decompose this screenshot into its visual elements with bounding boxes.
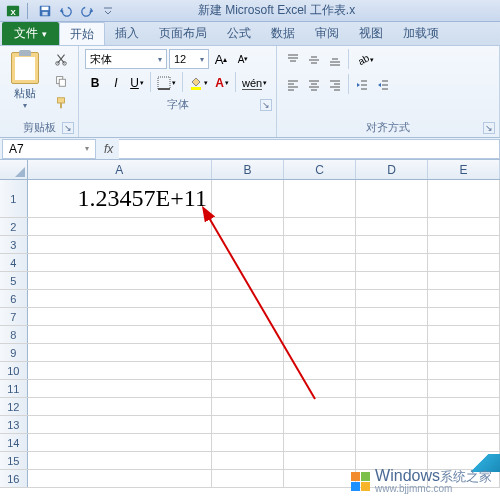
row-header-4[interactable]: 4 xyxy=(0,254,28,271)
cell-E9[interactable] xyxy=(428,344,500,361)
cell-C3[interactable] xyxy=(284,236,356,253)
cell-A5[interactable] xyxy=(28,272,212,289)
cell-D9[interactable] xyxy=(356,344,428,361)
cell-B3[interactable] xyxy=(212,236,284,253)
redo-button[interactable] xyxy=(78,2,96,20)
cell-C2[interactable] xyxy=(284,218,356,235)
cell-D1[interactable] xyxy=(356,180,428,217)
cell-C12[interactable] xyxy=(284,398,356,415)
cell-A15[interactable] xyxy=(28,452,212,469)
cell-B1[interactable] xyxy=(212,180,284,217)
tab-review[interactable]: 审阅 xyxy=(305,22,349,45)
alignment-launcher[interactable]: ↘ xyxy=(483,122,495,134)
cell-A3[interactable] xyxy=(28,236,212,253)
cell-A12[interactable] xyxy=(28,398,212,415)
cut-button[interactable] xyxy=(50,49,72,69)
cell-D3[interactable] xyxy=(356,236,428,253)
tab-view[interactable]: 视图 xyxy=(349,22,393,45)
cell-D7[interactable] xyxy=(356,308,428,325)
cell-E3[interactable] xyxy=(428,236,500,253)
row-header-9[interactable]: 9 xyxy=(0,344,28,361)
cell-D11[interactable] xyxy=(356,380,428,397)
cell-A4[interactable] xyxy=(28,254,212,271)
cell-D8[interactable] xyxy=(356,326,428,343)
cell-C5[interactable] xyxy=(284,272,356,289)
cell-B15[interactable] xyxy=(212,452,284,469)
fx-icon[interactable]: fx xyxy=(104,142,113,156)
cell-D2[interactable] xyxy=(356,218,428,235)
row-header-1[interactable]: 1 xyxy=(0,180,28,217)
col-header-E[interactable]: E xyxy=(428,160,500,179)
cell-B13[interactable] xyxy=(212,416,284,433)
cell-A10[interactable] xyxy=(28,362,212,379)
row-header-12[interactable]: 12 xyxy=(0,398,28,415)
excel-icon[interactable]: X xyxy=(4,2,22,20)
file-tab[interactable]: 文件▾ xyxy=(2,22,59,45)
row-header-16[interactable]: 16 xyxy=(0,470,28,487)
name-box[interactable]: A7▾ xyxy=(2,139,96,159)
cell-C11[interactable] xyxy=(284,380,356,397)
select-all-corner[interactable] xyxy=(0,160,28,179)
cell-B7[interactable] xyxy=(212,308,284,325)
cell-A1[interactable]: 1.23457E+11 xyxy=(28,180,212,217)
cell-C15[interactable] xyxy=(284,452,356,469)
cell-B8[interactable] xyxy=(212,326,284,343)
cell-C14[interactable] xyxy=(284,434,356,451)
cell-E14[interactable] xyxy=(428,434,500,451)
cell-B2[interactable] xyxy=(212,218,284,235)
row-header-3[interactable]: 3 xyxy=(0,236,28,253)
cell-E8[interactable] xyxy=(428,326,500,343)
align-center-button[interactable] xyxy=(304,74,324,96)
row-header-2[interactable]: 2 xyxy=(0,218,28,235)
align-left-button[interactable] xyxy=(283,74,303,96)
cell-B10[interactable] xyxy=(212,362,284,379)
tab-insert[interactable]: 插入 xyxy=(105,22,149,45)
decrease-font-button[interactable]: A▾ xyxy=(233,49,253,69)
format-painter-button[interactable] xyxy=(50,93,72,113)
increase-indent-button[interactable] xyxy=(373,74,393,96)
orientation-button[interactable]: ab▾ xyxy=(352,49,377,71)
cell-E2[interactable] xyxy=(428,218,500,235)
cell-D6[interactable] xyxy=(356,290,428,307)
cell-B16[interactable] xyxy=(212,470,284,487)
cell-C13[interactable] xyxy=(284,416,356,433)
italic-button[interactable]: I xyxy=(106,72,126,94)
cell-B5[interactable] xyxy=(212,272,284,289)
cell-C6[interactable] xyxy=(284,290,356,307)
align-middle-button[interactable] xyxy=(304,49,324,71)
cell-A6[interactable] xyxy=(28,290,212,307)
cell-E6[interactable] xyxy=(428,290,500,307)
col-header-C[interactable]: C xyxy=(284,160,356,179)
font-size-select[interactable]: 12▾ xyxy=(169,49,209,69)
undo-button[interactable] xyxy=(57,2,75,20)
row-header-15[interactable]: 15 xyxy=(0,452,28,469)
cell-C16[interactable] xyxy=(284,470,356,487)
row-header-11[interactable]: 11 xyxy=(0,380,28,397)
formula-input[interactable] xyxy=(119,139,500,159)
cell-E12[interactable] xyxy=(428,398,500,415)
align-bottom-button[interactable] xyxy=(325,49,345,71)
row-header-6[interactable]: 6 xyxy=(0,290,28,307)
decrease-indent-button[interactable] xyxy=(352,74,372,96)
cell-C4[interactable] xyxy=(284,254,356,271)
col-header-B[interactable]: B xyxy=(212,160,284,179)
cell-C10[interactable] xyxy=(284,362,356,379)
copy-button[interactable] xyxy=(50,71,72,91)
clipboard-launcher[interactable]: ↘ xyxy=(62,122,74,134)
row-header-14[interactable]: 14 xyxy=(0,434,28,451)
tab-home[interactable]: 开始 xyxy=(59,22,105,45)
row-header-7[interactable]: 7 xyxy=(0,308,28,325)
paste-button[interactable]: 粘贴 ▾ xyxy=(6,49,44,117)
borders-button[interactable]: ▾ xyxy=(154,72,179,94)
font-family-select[interactable]: 宋体▾ xyxy=(85,49,167,69)
cell-E7[interactable] xyxy=(428,308,500,325)
cell-D4[interactable] xyxy=(356,254,428,271)
cell-E5[interactable] xyxy=(428,272,500,289)
col-header-A[interactable]: A xyxy=(28,160,212,179)
cell-C1[interactable] xyxy=(284,180,356,217)
cell-E11[interactable] xyxy=(428,380,500,397)
cell-D14[interactable] xyxy=(356,434,428,451)
cell-B4[interactable] xyxy=(212,254,284,271)
increase-font-button[interactable]: A▴ xyxy=(211,49,231,69)
font-launcher[interactable]: ↘ xyxy=(260,99,272,111)
